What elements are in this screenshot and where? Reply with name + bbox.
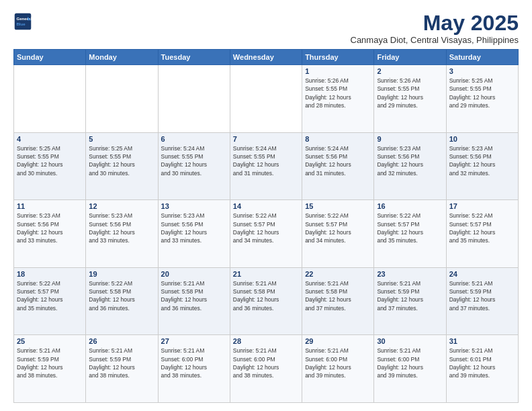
day-number: 16 xyxy=(377,202,443,210)
day-info: Sunrise: 5:26 AM Sunset: 5:55 PM Dayligh… xyxy=(377,77,443,109)
day-number: 29 xyxy=(305,337,371,345)
calendar-cell: 18Sunrise: 5:22 AM Sunset: 5:57 PM Dayli… xyxy=(14,267,86,335)
calendar-cell xyxy=(14,65,86,133)
day-info: Sunrise: 5:24 AM Sunset: 5:55 PM Dayligh… xyxy=(233,144,299,177)
day-number: 7 xyxy=(233,135,299,143)
day-info: Sunrise: 5:21 AM Sunset: 6:00 PM Dayligh… xyxy=(377,347,443,379)
calendar-cell: 30Sunrise: 5:21 AM Sunset: 6:00 PM Dayli… xyxy=(374,335,446,403)
day-number: 27 xyxy=(161,337,227,345)
col-header-tuesday: Tuesday xyxy=(158,50,230,65)
calendar-cell: 10Sunrise: 5:23 AM Sunset: 5:56 PM Dayli… xyxy=(446,132,518,200)
day-info: Sunrise: 5:25 AM Sunset: 5:55 PM Dayligh… xyxy=(17,144,83,177)
main-title: May 2025 xyxy=(351,12,519,34)
calendar-week-row: 4Sunrise: 5:25 AM Sunset: 5:55 PM Daylig… xyxy=(14,132,519,200)
day-info: Sunrise: 5:23 AM Sunset: 5:56 PM Dayligh… xyxy=(17,212,83,244)
day-number: 2 xyxy=(377,67,443,75)
day-info: Sunrise: 5:22 AM Sunset: 5:57 PM Dayligh… xyxy=(305,212,371,244)
calendar-cell: 3Sunrise: 5:25 AM Sunset: 5:55 PM Daylig… xyxy=(446,65,518,133)
calendar-cell: 7Sunrise: 5:24 AM Sunset: 5:55 PM Daylig… xyxy=(230,132,302,200)
calendar-cell: 16Sunrise: 5:22 AM Sunset: 5:57 PM Dayli… xyxy=(374,200,446,268)
day-info: Sunrise: 5:22 AM Sunset: 5:57 PM Dayligh… xyxy=(233,212,299,244)
day-number: 22 xyxy=(305,270,371,278)
day-info: Sunrise: 5:21 AM Sunset: 5:59 PM Dayligh… xyxy=(449,279,515,312)
calendar-cell: 31Sunrise: 5:21 AM Sunset: 6:01 PM Dayli… xyxy=(446,335,518,403)
calendar-cell xyxy=(86,65,158,133)
calendar-week-row: 1Sunrise: 5:26 AM Sunset: 5:55 PM Daylig… xyxy=(14,65,519,133)
day-number: 21 xyxy=(233,270,299,278)
title-block: May 2025 Canmaya Diot, Central Visayas, … xyxy=(351,12,519,45)
calendar-cell: 22Sunrise: 5:21 AM Sunset: 5:58 PM Dayli… xyxy=(302,267,374,335)
calendar-week-row: 18Sunrise: 5:22 AM Sunset: 5:57 PM Dayli… xyxy=(14,267,519,335)
day-info: Sunrise: 5:22 AM Sunset: 5:57 PM Dayligh… xyxy=(17,279,83,312)
col-header-friday: Friday xyxy=(374,50,446,65)
day-number: 18 xyxy=(17,270,83,278)
calendar-header-row: SundayMondayTuesdayWednesdayThursdayFrid… xyxy=(14,50,519,65)
day-info: Sunrise: 5:25 AM Sunset: 5:55 PM Dayligh… xyxy=(449,77,515,109)
day-info: Sunrise: 5:25 AM Sunset: 5:55 PM Dayligh… xyxy=(89,144,154,177)
calendar-cell: 26Sunrise: 5:21 AM Sunset: 5:59 PM Dayli… xyxy=(86,335,158,403)
calendar-cell xyxy=(158,65,230,133)
day-info: Sunrise: 5:21 AM Sunset: 6:00 PM Dayligh… xyxy=(161,347,227,379)
calendar-week-row: 11Sunrise: 5:23 AM Sunset: 5:56 PM Dayli… xyxy=(14,200,519,268)
day-number: 4 xyxy=(17,135,83,143)
calendar-cell: 2Sunrise: 5:26 AM Sunset: 5:55 PM Daylig… xyxy=(374,65,446,133)
day-number: 5 xyxy=(89,135,154,143)
page: General Blue May 2025 Canmaya Diot, Cent… xyxy=(0,0,532,411)
subtitle: Canmaya Diot, Central Visayas, Philippin… xyxy=(351,35,519,45)
day-number: 31 xyxy=(449,337,515,345)
calendar-cell: 14Sunrise: 5:22 AM Sunset: 5:57 PM Dayli… xyxy=(230,200,302,268)
calendar-cell: 17Sunrise: 5:22 AM Sunset: 5:57 PM Dayli… xyxy=(446,200,518,268)
calendar-table: SundayMondayTuesdayWednesdayThursdayFrid… xyxy=(13,49,519,403)
col-header-saturday: Saturday xyxy=(446,50,518,65)
day-info: Sunrise: 5:22 AM Sunset: 5:57 PM Dayligh… xyxy=(449,212,515,244)
col-header-thursday: Thursday xyxy=(302,50,374,65)
calendar-cell: 24Sunrise: 5:21 AM Sunset: 5:59 PM Dayli… xyxy=(446,267,518,335)
logo-icon: General Blue xyxy=(13,12,32,31)
day-number: 15 xyxy=(305,202,371,210)
day-number: 3 xyxy=(449,67,515,75)
day-info: Sunrise: 5:22 AM Sunset: 5:58 PM Dayligh… xyxy=(89,279,154,312)
calendar-cell xyxy=(230,65,302,133)
calendar-cell: 29Sunrise: 5:21 AM Sunset: 6:00 PM Dayli… xyxy=(302,335,374,403)
day-info: Sunrise: 5:21 AM Sunset: 6:01 PM Dayligh… xyxy=(449,347,515,379)
day-number: 23 xyxy=(377,270,443,278)
day-info: Sunrise: 5:26 AM Sunset: 5:55 PM Dayligh… xyxy=(305,77,371,109)
day-info: Sunrise: 5:24 AM Sunset: 5:55 PM Dayligh… xyxy=(161,144,227,177)
day-number: 24 xyxy=(449,270,515,278)
calendar-cell: 4Sunrise: 5:25 AM Sunset: 5:55 PM Daylig… xyxy=(14,132,86,200)
day-info: Sunrise: 5:21 AM Sunset: 5:59 PM Dayligh… xyxy=(17,347,83,379)
svg-text:Blue: Blue xyxy=(16,21,26,26)
calendar-cell: 28Sunrise: 5:21 AM Sunset: 6:00 PM Dayli… xyxy=(230,335,302,403)
day-info: Sunrise: 5:24 AM Sunset: 5:56 PM Dayligh… xyxy=(305,144,371,177)
day-info: Sunrise: 5:23 AM Sunset: 5:56 PM Dayligh… xyxy=(449,144,515,177)
calendar-cell: 27Sunrise: 5:21 AM Sunset: 6:00 PM Dayli… xyxy=(158,335,230,403)
day-info: Sunrise: 5:22 AM Sunset: 5:57 PM Dayligh… xyxy=(377,212,443,244)
day-info: Sunrise: 5:23 AM Sunset: 5:56 PM Dayligh… xyxy=(161,212,227,244)
day-number: 28 xyxy=(233,337,299,345)
day-number: 6 xyxy=(161,135,227,143)
calendar-week-row: 25Sunrise: 5:21 AM Sunset: 5:59 PM Dayli… xyxy=(14,335,519,403)
day-number: 19 xyxy=(89,270,154,278)
day-info: Sunrise: 5:21 AM Sunset: 6:00 PM Dayligh… xyxy=(305,347,371,379)
calendar-cell: 5Sunrise: 5:25 AM Sunset: 5:55 PM Daylig… xyxy=(86,132,158,200)
calendar-cell: 19Sunrise: 5:22 AM Sunset: 5:58 PM Dayli… xyxy=(86,267,158,335)
day-number: 30 xyxy=(377,337,443,345)
calendar-cell: 20Sunrise: 5:21 AM Sunset: 5:58 PM Dayli… xyxy=(158,267,230,335)
header: General Blue May 2025 Canmaya Diot, Cent… xyxy=(13,12,519,45)
day-info: Sunrise: 5:21 AM Sunset: 5:58 PM Dayligh… xyxy=(305,279,371,312)
day-info: Sunrise: 5:23 AM Sunset: 5:56 PM Dayligh… xyxy=(377,144,443,177)
day-number: 13 xyxy=(161,202,227,210)
col-header-wednesday: Wednesday xyxy=(230,50,302,65)
day-info: Sunrise: 5:21 AM Sunset: 5:59 PM Dayligh… xyxy=(89,347,154,379)
day-number: 26 xyxy=(89,337,154,345)
day-info: Sunrise: 5:21 AM Sunset: 5:59 PM Dayligh… xyxy=(377,279,443,312)
day-number: 20 xyxy=(161,270,227,278)
day-number: 25 xyxy=(17,337,83,345)
day-info: Sunrise: 5:21 AM Sunset: 5:58 PM Dayligh… xyxy=(161,279,227,312)
col-header-sunday: Sunday xyxy=(14,50,86,65)
calendar-cell: 6Sunrise: 5:24 AM Sunset: 5:55 PM Daylig… xyxy=(158,132,230,200)
col-header-monday: Monday xyxy=(86,50,158,65)
calendar-cell: 9Sunrise: 5:23 AM Sunset: 5:56 PM Daylig… xyxy=(374,132,446,200)
calendar-cell: 1Sunrise: 5:26 AM Sunset: 5:55 PM Daylig… xyxy=(302,65,374,133)
logo: General Blue xyxy=(13,12,32,31)
